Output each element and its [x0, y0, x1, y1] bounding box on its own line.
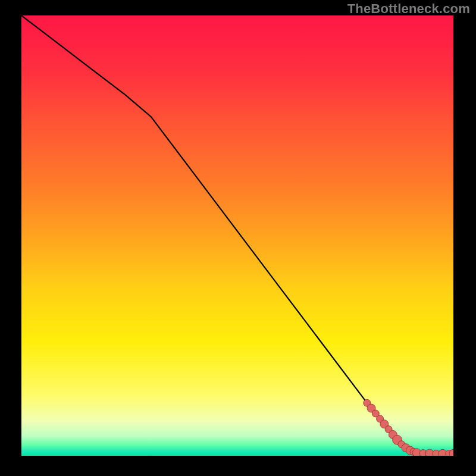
data-marker — [449, 449, 458, 458]
bottleneck-chart — [0, 0, 476, 476]
chart-stage: { "watermark": "TheBottleneck.com", "col… — [0, 0, 476, 476]
gradient-background — [21, 15, 453, 456]
watermark-text: TheBottleneck.com — [347, 1, 470, 17]
